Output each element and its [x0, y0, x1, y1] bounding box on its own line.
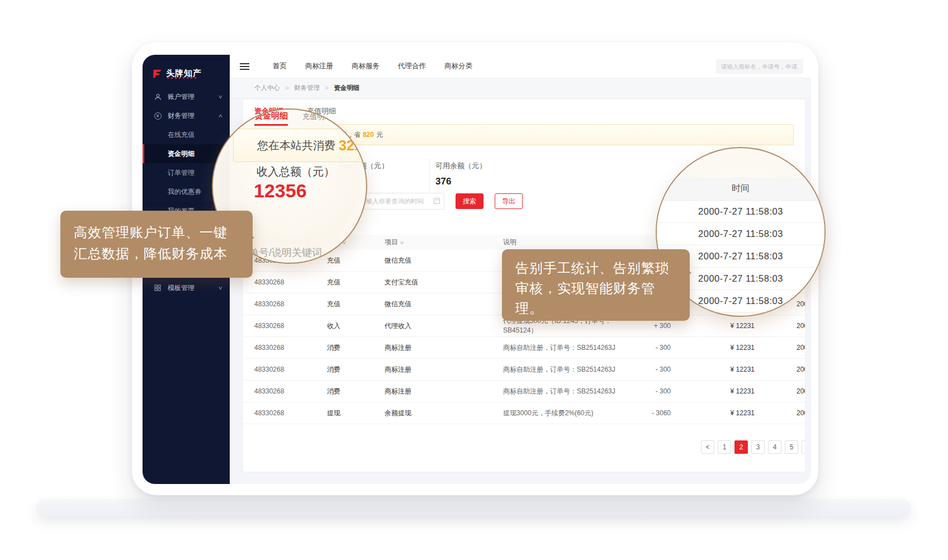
magnified-stat-value: 12356 — [254, 180, 307, 202]
cell-amount: - 300 — [637, 366, 671, 373]
finance-icon: ¥ — [154, 112, 162, 120]
header-item-sortable[interactable]: 项目∨ — [385, 238, 503, 247]
stat-value: 376 — [435, 176, 486, 187]
magnified-time-row: 2000-7-27 11:58:03 — [656, 223, 826, 245]
cell-item: 支付宝充值 — [385, 278, 503, 287]
cell-order: 48330268 — [254, 322, 327, 330]
chevron-down-icon: ∨ — [218, 94, 223, 99]
cell-item: 商标注册 — [385, 343, 503, 353]
cell-type: 收入 — [327, 321, 385, 331]
global-search-input[interactable] — [716, 59, 803, 74]
stat-label: 可用余额（元） — [435, 161, 486, 171]
cell-item: 微信充值 — [385, 256, 503, 265]
magnified-banner-prefix: 您在本站共消费 — [257, 138, 335, 153]
cell-type: 充值 — [327, 256, 385, 265]
breadcrumb: 个人中心 > 财务管理 > 资金明细 — [230, 78, 811, 98]
sidebar-subitem-label: 订单管理 — [168, 168, 195, 178]
cell-type: 充值 — [327, 278, 385, 287]
chevron-up-icon: ∧ — [218, 113, 223, 118]
cell-order: 48330268 — [254, 366, 327, 373]
magnified-time-row: 2000-7-27 11:58:03 — [656, 201, 826, 223]
user-icon — [154, 93, 162, 101]
brand-subtext-decoration — [167, 77, 196, 79]
cell-order: 48330268 — [254, 344, 327, 352]
cell-order: 48330268 — [254, 387, 327, 395]
cell-item: 余额提现 — [385, 409, 503, 418]
nav-item-trademark-category[interactable]: 商标分类 — [444, 61, 472, 71]
table-row: 48330268 消费 商标注册 商标自助注册，订单号：SB2514263J -… — [243, 359, 805, 381]
cell-amount: - 300 — [637, 344, 671, 352]
banner-saved-amount: 820 — [363, 131, 374, 139]
cell-balance: ¥ 12231 — [671, 344, 755, 352]
sidebar-item-template[interactable]: 模板管理 ∨ — [143, 278, 230, 297]
magnified-time-header: 时间 — [656, 177, 826, 201]
cell-time: 2000-7-27 11:58:03 — [755, 409, 805, 417]
callout-left-line1: 高效管理账户订单、一键 — [74, 222, 239, 243]
cell-balance: ¥ 12231 — [671, 409, 755, 417]
callout-right: 告别手工统计、告别繁琐审核，实现智能财务管理。 — [502, 249, 690, 321]
sidebar-item-label: 账户管理 — [143, 92, 195, 102]
template-icon — [154, 284, 162, 292]
sidebar-item-label: 财务管理 — [143, 111, 195, 121]
sidebar-item-online-recharge[interactable]: 在线充值 — [143, 125, 230, 144]
pagination-page-2-active[interactable]: 2 — [734, 440, 748, 454]
sidebar-subitem-label: 我的优惠券 — [168, 187, 201, 197]
table-row: 48330268 消费 商标注册 商标自助注册，订单号：SB2514263J -… — [243, 337, 805, 359]
calendar-icon — [434, 198, 440, 204]
nav-item-home[interactable]: 首页 — [273, 61, 287, 71]
cell-desc: 商标自助注册，订单号：SB2514263J — [503, 387, 637, 396]
breadcrumb-link-personal-center[interactable]: 个人中心 — [254, 84, 280, 91]
top-navbar: 首页 商标注册 商标服务 代理合作 商标分类 — [230, 55, 811, 78]
nav-item-agent-cooperation[interactable]: 代理合作 — [398, 61, 426, 71]
table-row: 48330268 提现 余额提现 提现3000元，手续费2%(60元) - 30… — [243, 402, 805, 424]
pagination-page-3[interactable]: 3 — [751, 440, 765, 454]
cell-item: 商标注册 — [385, 365, 503, 374]
sort-caret-icon: ∨ — [400, 240, 405, 245]
pagination-page-1[interactable]: 1 — [718, 440, 731, 454]
brand-logo-icon — [152, 69, 162, 79]
sidebar-subitem-label: 资金明细 — [168, 149, 195, 159]
chevron-down-icon: ∨ — [218, 285, 223, 291]
stat-available-balance: 可用余额（元） 376 — [429, 158, 486, 192]
cell-balance: ¥ 12231 — [671, 387, 755, 395]
cell-order: 48330268 — [254, 278, 327, 286]
nav-item-trademark-register[interactable]: 商标注册 — [305, 61, 333, 71]
search-button[interactable]: 搜索 — [456, 193, 484, 209]
sidebar-item-account[interactable]: 账户管理 ∨ — [143, 87, 230, 106]
pagination-page-4[interactable]: 4 — [768, 440, 781, 454]
callout-right-text: 告别手工统计、告别繁琐审核，实现智能财务管理。 — [502, 249, 690, 328]
cell-balance: ¥ 12231 — [671, 366, 755, 373]
sidebar-item-label: 模板管理 — [143, 283, 195, 293]
cell-amount: - 300 — [637, 387, 671, 395]
nav-item-trademark-service[interactable]: 商标服务 — [352, 61, 380, 71]
breadcrumb-separator: > — [285, 84, 289, 91]
cell-time: 2000-7-27 11:58:03 — [755, 322, 805, 330]
cell-type: 提现 — [327, 409, 385, 418]
breadcrumb-link-finance[interactable]: 财务管理 — [294, 84, 320, 91]
cell-order: 48330268 — [254, 409, 327, 417]
hamburger-menu-icon[interactable] — [240, 61, 249, 72]
pagination-page-5[interactable]: 5 — [785, 440, 798, 454]
table-row: 48330268 消费 商标注册 商标自助注册，订单号：SB2514263J -… — [243, 381, 805, 402]
breadcrumb-current: 资金明细 — [334, 84, 359, 91]
pagination-prev-button[interactable]: < — [701, 440, 714, 454]
date-input[interactable] — [354, 193, 444, 210]
export-button[interactable]: 导出 — [495, 193, 523, 209]
cell-order: 48330268 — [254, 300, 327, 308]
cell-desc: 商标自助注册，订单号：SB2514263J — [503, 365, 637, 374]
breadcrumb-separator: > — [325, 84, 329, 91]
cell-type: 消费 — [327, 387, 385, 396]
header-desc: 说明 — [503, 238, 637, 247]
pagination-next-button[interactable]: > — [802, 440, 805, 454]
cell-time: 2000-7-27 11:58:03 — [755, 387, 805, 395]
magnified-stat-label: 收入总额（元） — [257, 164, 335, 179]
cell-item: 代理收入 — [385, 321, 503, 331]
cell-desc: 商标自助注册，订单号：SB2514263J — [503, 343, 637, 353]
cell-item: 微信充值 — [385, 300, 503, 309]
date-input-wrap — [354, 193, 444, 210]
cell-time: 2000-7-27 11:58:03 — [755, 366, 805, 373]
magnified-banner: 您在本站共消费 32124 元 — [233, 129, 367, 162]
cell-type: 消费 — [327, 365, 385, 374]
banner-suffix: 元 — [376, 130, 383, 140]
sidebar-item-finance[interactable]: ¥ 财务管理 ∧ — [143, 106, 230, 125]
